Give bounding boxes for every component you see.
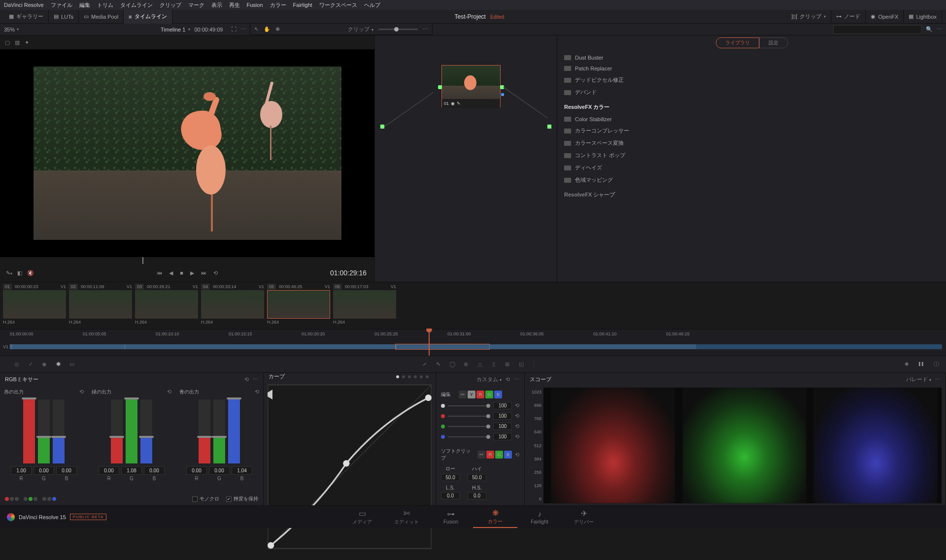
reset-icon[interactable]: ⟲	[244, 376, 249, 383]
next-clip-icon[interactable]: ⏭	[201, 270, 206, 276]
clip-thumbnail[interactable]	[135, 290, 198, 319]
link-icon[interactable]: ⚯	[459, 391, 467, 398]
menu-item[interactable]: タイムライン	[120, 1, 153, 9]
node-alpha-output[interactable]	[501, 93, 504, 96]
more-icon[interactable]: ⋯	[423, 26, 428, 33]
fx-tab-settings[interactable]: 設定	[759, 37, 788, 48]
sizing-icon[interactable]: ⊞	[503, 361, 512, 367]
picker-tool-icon[interactable]: ✎▾	[6, 270, 12, 276]
info-icon[interactable]: ⓘ	[931, 361, 941, 368]
lum-slider[interactable]	[448, 405, 490, 406]
viewer-scrubber[interactable]	[0, 257, 374, 264]
more-icon[interactable]: ⋯	[253, 376, 258, 383]
scope-mode-select[interactable]: パレード ▾	[906, 376, 931, 383]
scopes-icon[interactable]: ⫿⫿	[916, 361, 926, 368]
arrow-tool-icon[interactable]: ↖	[254, 26, 259, 33]
keyframe-icon[interactable]: ◆	[902, 361, 912, 368]
page-media[interactable]: ▭メディア	[340, 507, 384, 527]
menu-item[interactable]: Fusion	[247, 2, 263, 8]
menu-item[interactable]: Fairlight	[293, 2, 312, 8]
3d-icon[interactable]: ◱	[516, 361, 526, 367]
r-channel-chip[interactable]: R	[476, 391, 484, 398]
preserve-lum-checkbox[interactable]: ✔輝度を保持	[226, 495, 258, 502]
fx-item[interactable]: Dust Buster	[557, 52, 946, 63]
lightbox-button[interactable]: ▦Lightbox	[904, 10, 942, 24]
reset-icon[interactable]: ⟲	[255, 389, 259, 395]
menu-item[interactable]: マーク	[188, 1, 204, 9]
rgb-preset-3[interactable]	[42, 497, 56, 501]
menu-item[interactable]: 表示	[211, 1, 222, 9]
r-chip[interactable]: R	[486, 451, 494, 459]
camera-raw-icon[interactable]: ◎	[12, 361, 22, 367]
mute-icon[interactable]: 🔇	[27, 270, 34, 276]
rgb-value[interactable]: 0.00	[144, 466, 165, 475]
fx-item[interactable]: カラーコンプレッサー	[557, 125, 946, 137]
menu-item[interactable]: ヘルプ	[364, 1, 380, 9]
reset-icon[interactable]: ⟲	[515, 433, 519, 440]
low-value[interactable]: 50.0	[441, 474, 460, 481]
rgb-bar-slider[interactable]	[199, 399, 210, 463]
reset-icon[interactable]: ⟲	[515, 413, 519, 419]
colormatch-icon[interactable]: ✓	[26, 361, 35, 367]
rgb-value[interactable]: 0.00	[56, 466, 77, 475]
expand-icon[interactable]: ⛶	[231, 26, 236, 33]
clip-thumbnail[interactable]	[333, 290, 396, 319]
rgb-preset-2[interactable]	[24, 497, 37, 501]
page-edit[interactable]: ✄エディット	[384, 507, 429, 527]
node-01[interactable]: 01◉✎	[441, 65, 501, 107]
more-icon[interactable]: ⋯	[935, 376, 941, 383]
wheels-icon[interactable]: ◉	[39, 361, 49, 367]
clip-thumbnail[interactable]	[3, 290, 66, 319]
green-value[interactable]: 100	[493, 423, 512, 430]
g-chip[interactable]: G	[495, 451, 503, 459]
fx-item[interactable]: Patch Replacer	[557, 63, 946, 74]
rgb-bar-slider[interactable]	[140, 399, 152, 463]
blue-value[interactable]: 100	[493, 433, 512, 440]
tracking-icon[interactable]: ⊕	[461, 361, 471, 367]
fx-item[interactable]: コントラスト ポップ	[557, 149, 946, 162]
fx-item[interactable]: デッドピクセル修正	[557, 74, 946, 86]
rgb-preset-1[interactable]	[5, 497, 19, 501]
highlight-icon[interactable]: ✦	[25, 39, 29, 46]
blur-icon[interactable]: △	[475, 361, 485, 367]
green-slider[interactable]	[448, 426, 490, 427]
curve-mode-select[interactable]: カスタム ▾	[476, 376, 502, 383]
clip-thumbnail[interactable]	[69, 290, 132, 319]
rgb-bar-slider[interactable]	[213, 399, 225, 463]
playhead[interactable]	[429, 329, 430, 356]
rgb-value[interactable]: 1.04	[232, 466, 252, 475]
rgb-value[interactable]: 0.00	[99, 466, 119, 475]
red-slider[interactable]	[448, 416, 490, 417]
fx-item[interactable]: カラースペース変換	[557, 137, 946, 149]
reset-icon[interactable]: ⟲	[167, 389, 171, 395]
menu-item[interactable]: DaVinci Resolve	[4, 2, 44, 8]
menu-item[interactable]: ワークスペース	[319, 1, 357, 9]
fx-tab-library[interactable]: ライブラリ	[716, 37, 759, 48]
clip-thumbnail[interactable]	[201, 290, 264, 319]
rgb-bar-slider[interactable]	[23, 399, 35, 463]
reset-icon[interactable]: ⟲	[515, 423, 519, 429]
fx-item[interactable]: デバンド	[557, 86, 946, 99]
clips-button[interactable]: ]▯[クリップ▾	[786, 10, 831, 24]
node-zoom-slider[interactable]	[378, 29, 418, 30]
lum-value[interactable]: 100	[493, 402, 512, 409]
reverse-icon[interactable]: ◀	[169, 270, 173, 276]
menu-item[interactable]: ファイル	[51, 1, 72, 9]
clip-thumbnail[interactable]	[267, 290, 330, 319]
mini-timeline[interactable]: 01:00:00:0001:00:05:0501:00:10:1001:00:1…	[0, 329, 946, 356]
menu-item[interactable]: 再生	[229, 1, 240, 9]
qualifier-icon[interactable]: ✎	[434, 361, 443, 367]
node-source[interactable]	[380, 124, 385, 129]
split-icon[interactable]: ▥	[15, 39, 20, 46]
window-icon[interactable]: ◯	[447, 361, 457, 367]
rgb-value[interactable]: 1.00	[11, 466, 32, 475]
menu-item[interactable]: カラー	[270, 1, 286, 9]
parade-scope[interactable]	[543, 388, 942, 503]
node-editor[interactable]: 01◉✎	[374, 35, 557, 282]
rgb-value[interactable]: 0.00	[186, 466, 207, 475]
node-output-final[interactable]	[547, 124, 552, 129]
page-fusion[interactable]: ⊶Fusion	[429, 507, 473, 527]
hand-tool-icon[interactable]: ✋	[264, 26, 270, 33]
node-mode-select[interactable]: クリップ ▾	[348, 26, 373, 33]
luts-button[interactable]: ▤LUTs	[49, 10, 79, 24]
